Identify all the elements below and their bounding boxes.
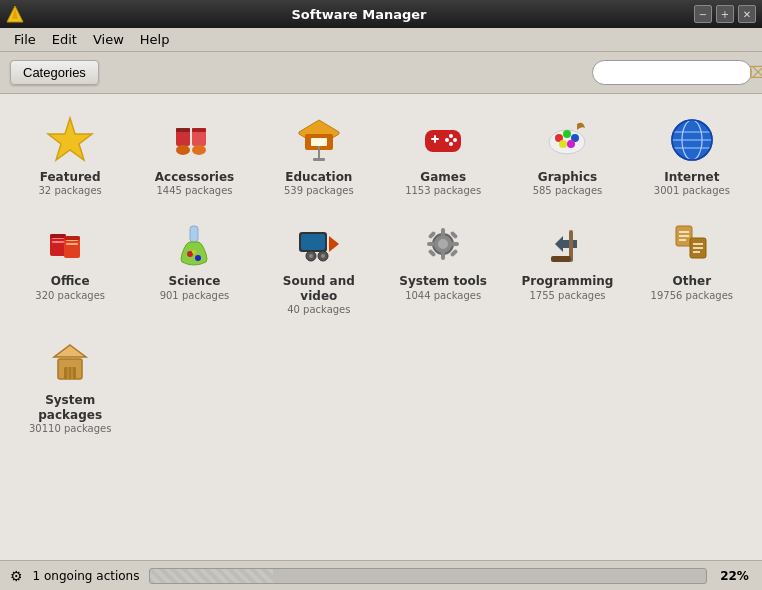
- svg-point-26: [567, 140, 575, 148]
- svg-rect-75: [64, 367, 76, 379]
- menu-bar: File Edit View Help: [0, 28, 762, 52]
- svg-point-19: [445, 138, 449, 142]
- svg-point-51: [321, 254, 325, 258]
- other-name: Other: [673, 274, 712, 288]
- system-packages-count: 30110 packages: [29, 423, 111, 434]
- svg-rect-39: [66, 243, 78, 245]
- categories-button[interactable]: Categories: [10, 60, 99, 85]
- featured-icon: [44, 114, 96, 166]
- svg-marker-62: [555, 236, 577, 252]
- category-system-tools[interactable]: System tools1044 packages: [383, 208, 503, 323]
- svg-rect-35: [52, 241, 64, 243]
- accessories-count: 1445 packages: [156, 185, 232, 196]
- svg-marker-47: [329, 236, 339, 252]
- svg-point-25: [559, 140, 567, 148]
- category-featured[interactable]: Featured32 packages: [10, 104, 130, 204]
- app-icon: [6, 5, 24, 23]
- category-internet[interactable]: Internet3001 packages: [632, 104, 752, 204]
- games-name: Games: [420, 170, 466, 184]
- office-icon: [44, 218, 96, 270]
- svg-rect-55: [441, 252, 445, 260]
- progress-percent: 22%: [717, 569, 752, 583]
- svg-point-49: [309, 254, 313, 258]
- programming-icon: [541, 218, 593, 270]
- svg-rect-11: [311, 138, 327, 146]
- category-education[interactable]: Education539 packages: [259, 104, 379, 204]
- category-graphics[interactable]: Graphics585 packages: [507, 104, 627, 204]
- science-icon: [168, 218, 220, 270]
- accessories-icon: [168, 114, 220, 166]
- system-tools-name: System tools: [399, 274, 487, 288]
- search-input[interactable]: [599, 66, 749, 80]
- svg-point-7: [176, 145, 190, 155]
- svg-rect-56: [427, 242, 435, 246]
- menu-help[interactable]: Help: [132, 30, 178, 49]
- category-office[interactable]: Office320 packages: [10, 208, 130, 323]
- title-bar: Software Manager − + ✕: [0, 0, 762, 28]
- education-count: 539 packages: [284, 185, 354, 196]
- svg-rect-64: [551, 256, 571, 262]
- category-programming[interactable]: Programming1755 packages: [507, 208, 627, 323]
- science-count: 901 packages: [160, 290, 230, 301]
- categories-grid: Featured32 packages Accessories1445 pack…: [10, 104, 752, 442]
- svg-rect-54: [441, 228, 445, 236]
- svg-point-20: [449, 142, 453, 146]
- system-tools-count: 1044 packages: [405, 290, 481, 301]
- menu-edit[interactable]: Edit: [44, 30, 85, 49]
- svg-point-43: [195, 255, 201, 261]
- category-sound-video[interactable]: Sound and video40 packages: [259, 208, 379, 323]
- education-name: Education: [285, 170, 352, 184]
- programming-count: 1755 packages: [529, 290, 605, 301]
- sound-video-icon: [293, 218, 345, 270]
- internet-icon: [666, 114, 718, 166]
- science-name: Science: [169, 274, 221, 288]
- content-area: Featured32 packages Accessories1445 pack…: [0, 94, 762, 560]
- svg-rect-5: [176, 128, 190, 132]
- svg-point-17: [449, 134, 453, 138]
- svg-rect-13: [313, 158, 325, 161]
- svg-rect-6: [192, 128, 206, 132]
- games-icon: [417, 114, 469, 166]
- search-box: ⌦: [592, 60, 752, 85]
- progress-bar-fill: [150, 569, 272, 583]
- toolbar: Categories ⌦: [0, 52, 762, 94]
- progress-bar-container: [149, 568, 707, 584]
- svg-point-18: [453, 138, 457, 142]
- status-icon: ⚙: [10, 568, 23, 584]
- menu-view[interactable]: View: [85, 30, 132, 49]
- menu-file[interactable]: File: [6, 30, 44, 49]
- sound-video-count: 40 packages: [287, 304, 350, 315]
- system-packages-icon: [44, 337, 96, 389]
- category-games[interactable]: Games1153 packages: [383, 104, 503, 204]
- featured-name: Featured: [40, 170, 101, 184]
- graphics-count: 585 packages: [533, 185, 603, 196]
- games-count: 1153 packages: [405, 185, 481, 196]
- system-tools-icon: [417, 218, 469, 270]
- svg-rect-57: [451, 242, 459, 246]
- other-count: 19756 packages: [651, 290, 733, 301]
- maximize-button[interactable]: +: [716, 5, 734, 23]
- search-clear-icon[interactable]: ⌦: [749, 63, 762, 82]
- office-name: Office: [51, 274, 90, 288]
- close-button[interactable]: ✕: [738, 5, 756, 23]
- internet-name: Internet: [664, 170, 719, 184]
- svg-rect-41: [190, 226, 198, 242]
- accessories-name: Accessories: [155, 170, 235, 184]
- education-icon: [293, 114, 345, 166]
- svg-rect-36: [50, 234, 66, 238]
- programming-name: Programming: [522, 274, 614, 288]
- category-other[interactable]: Other19756 packages: [632, 208, 752, 323]
- svg-point-8: [192, 145, 206, 155]
- office-count: 320 packages: [35, 290, 105, 301]
- featured-count: 32 packages: [38, 185, 101, 196]
- svg-marker-74: [54, 345, 86, 357]
- category-system-packages[interactable]: System packages30110 packages: [10, 327, 130, 442]
- svg-rect-40: [64, 236, 80, 240]
- minimize-button[interactable]: −: [694, 5, 712, 23]
- category-accessories[interactable]: Accessories1445 packages: [134, 104, 254, 204]
- window-title: Software Manager: [24, 7, 694, 22]
- graphics-icon: [541, 114, 593, 166]
- svg-point-44: [192, 250, 196, 254]
- svg-point-53: [438, 239, 448, 249]
- category-science[interactable]: Science901 packages: [134, 208, 254, 323]
